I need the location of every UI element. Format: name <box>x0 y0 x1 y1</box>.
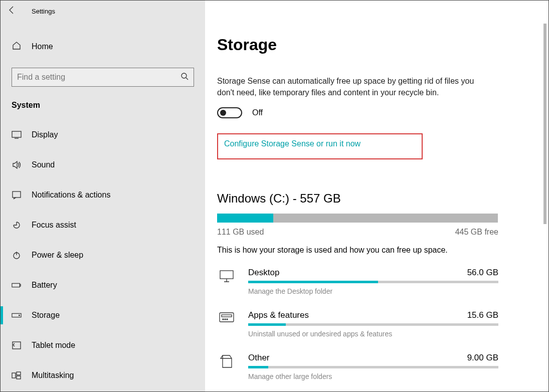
search-icon <box>180 72 189 82</box>
home-nav[interactable]: Home <box>1 37 205 57</box>
svg-point-18 <box>227 319 228 320</box>
configure-storage-sense-link[interactable]: Configure Storage Sense or run it now <box>224 139 360 148</box>
category-size: 9.00 GB <box>467 353 498 363</box>
category-icon <box>217 353 236 380</box>
svg-rect-11 <box>17 372 21 375</box>
category-bar <box>248 366 498 368</box>
notifications-icon <box>12 190 22 200</box>
nav-label: Notifications & actions <box>32 190 110 200</box>
window-title: Settings <box>32 8 55 15</box>
category-sub: Uninstall unused or undesired apps & fea… <box>248 330 498 338</box>
category-icon <box>217 268 236 295</box>
category-sub: Manage other large folders <box>248 372 498 380</box>
home-label: Home <box>32 42 53 51</box>
power-icon <box>12 251 22 260</box>
toggle-state-label: Off <box>252 108 263 117</box>
storage-category[interactable]: Desktop 56.0 GB Manage the Desktop folde… <box>217 268 498 295</box>
nav-storage[interactable]: Storage <box>1 300 205 330</box>
nav-focus-assist[interactable]: Focus assist <box>1 210 205 240</box>
storage-sense-toggle[interactable] <box>217 107 242 118</box>
home-icon <box>12 41 22 53</box>
storage-sense-desc: Storage Sense can automatically free up … <box>217 75 483 98</box>
svg-rect-13 <box>220 271 233 279</box>
svg-point-16 <box>223 319 224 320</box>
scrollbar[interactable] <box>543 24 546 224</box>
drive-usage-bar <box>217 214 498 223</box>
storage-icon <box>12 312 22 318</box>
nav-tablet-mode[interactable]: Tablet mode <box>1 330 205 360</box>
nav-power-sleep[interactable]: Power & sleep <box>1 240 205 270</box>
svg-rect-6 <box>20 284 21 286</box>
back-button[interactable] <box>1 6 23 17</box>
nav-label: Storage <box>32 311 60 320</box>
svg-point-8 <box>19 315 20 316</box>
tablet-icon <box>12 341 22 350</box>
svg-rect-15 <box>222 315 232 317</box>
sound-icon <box>12 160 22 169</box>
multitasking-icon <box>12 371 22 379</box>
category-name: Apps & features <box>248 310 309 320</box>
category-sub: Manage the Desktop folder <box>248 287 498 295</box>
svg-rect-14 <box>220 313 234 322</box>
sidebar: Home System Display Sound Notifications … <box>1 22 205 391</box>
svg-rect-5 <box>12 283 20 287</box>
nav-sound[interactable]: Sound <box>1 150 205 180</box>
svg-point-1 <box>181 73 187 78</box>
usage-subdesc: This is how your storage is used and how… <box>217 246 537 255</box>
nav-label: Focus assist <box>32 221 76 230</box>
drive-title: Windows (C:) - 557 GB <box>217 191 537 206</box>
category-name: Other <box>248 353 270 363</box>
nav-label: Battery <box>32 281 57 290</box>
search-input[interactable] <box>17 73 171 82</box>
svg-point-17 <box>225 319 226 320</box>
nav-display[interactable]: Display <box>1 120 205 150</box>
svg-rect-12 <box>17 376 21 379</box>
nav-battery[interactable]: Battery <box>1 270 205 300</box>
nav-multitasking[interactable]: Multitasking <box>1 360 205 390</box>
used-label: 111 GB used <box>217 228 264 237</box>
section-header: System <box>1 101 205 120</box>
main-content: Storage Storage Sense can automatically … <box>205 1 546 391</box>
nav-notifications[interactable]: Notifications & actions <box>1 180 205 210</box>
drive-usage-fill <box>217 214 273 223</box>
category-name: Desktop <box>248 268 279 278</box>
category-icon <box>217 310 236 338</box>
focus-assist-icon <box>12 220 22 230</box>
nav-label: Sound <box>32 160 55 169</box>
storage-category[interactable]: Other 9.00 GB Manage other large folders <box>217 353 498 380</box>
nav-label: Multitasking <box>32 371 74 380</box>
svg-rect-2 <box>12 131 21 137</box>
configure-link-highlight: Configure Storage Sense or run it now <box>217 133 423 159</box>
storage-category[interactable]: Apps & features 15.6 GB Uninstall unused… <box>217 310 498 338</box>
nav-label: Tablet mode <box>32 341 75 350</box>
category-size: 15.6 GB <box>467 310 498 320</box>
nav-label: Display <box>32 130 58 139</box>
category-bar <box>248 281 498 283</box>
svg-rect-10 <box>12 373 16 378</box>
free-label: 445 GB free <box>455 228 498 237</box>
category-bar <box>248 323 498 326</box>
page-title: Storage <box>217 36 537 54</box>
display-icon <box>12 131 22 139</box>
battery-icon <box>12 282 22 289</box>
search-box[interactable] <box>12 68 194 87</box>
svg-rect-3 <box>13 191 21 198</box>
category-size: 56.0 GB <box>467 268 498 278</box>
nav-label: Power & sleep <box>32 251 83 260</box>
